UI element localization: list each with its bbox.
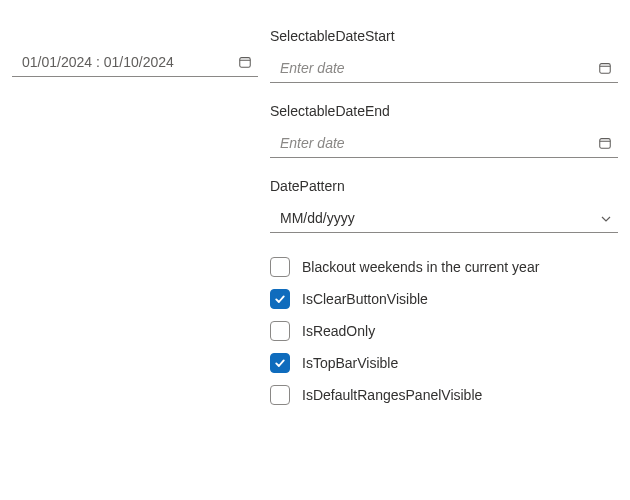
- date-pattern-select[interactable]: MM/dd/yyyy: [280, 204, 618, 232]
- checkmark-icon: [274, 293, 286, 305]
- checkbox-is-default-ranges-panel-visible[interactable]: IsDefaultRangesPanelVisible: [270, 385, 618, 405]
- checkbox-box[interactable]: [270, 385, 290, 405]
- preview-panel: [0, 0, 270, 500]
- checkbox-is-clear-button-visible[interactable]: IsClearButtonVisible: [270, 289, 618, 309]
- checkbox-blackout-weekends[interactable]: Blackout weekends in the current year: [270, 257, 618, 277]
- checkbox-box[interactable]: [270, 353, 290, 373]
- checkbox-label: IsDefaultRangesPanelVisible: [302, 387, 482, 403]
- selectable-end-wrap[interactable]: [270, 129, 618, 158]
- selectable-start-label: SelectableDateStart: [270, 28, 618, 44]
- checkbox-box[interactable]: [270, 257, 290, 277]
- checkbox-label: IsReadOnly: [302, 323, 375, 339]
- checkbox-label: IsTopBarVisible: [302, 355, 398, 371]
- date-pattern-label: DatePattern: [270, 178, 618, 194]
- selectable-start-input[interactable]: [280, 54, 618, 82]
- checkbox-is-read-only[interactable]: IsReadOnly: [270, 321, 618, 341]
- checkbox-is-top-bar-visible[interactable]: IsTopBarVisible: [270, 353, 618, 373]
- properties-panel: SelectableDateStart SelectableDateEnd Da…: [270, 0, 630, 500]
- selectable-end-input[interactable]: [280, 129, 618, 157]
- checkbox-box[interactable]: [270, 321, 290, 341]
- date-range-input[interactable]: [22, 48, 258, 76]
- checkmark-icon: [274, 357, 286, 369]
- date-range-input-wrap[interactable]: [12, 48, 258, 77]
- date-pattern-wrap[interactable]: MM/dd/yyyy: [270, 204, 618, 233]
- checkbox-label: IsClearButtonVisible: [302, 291, 428, 307]
- selectable-end-label: SelectableDateEnd: [270, 103, 618, 119]
- selectable-start-wrap[interactable]: [270, 54, 618, 83]
- checkbox-label: Blackout weekends in the current year: [302, 259, 539, 275]
- checkbox-group: Blackout weekends in the current yearIsC…: [270, 257, 618, 405]
- checkbox-box[interactable]: [270, 289, 290, 309]
